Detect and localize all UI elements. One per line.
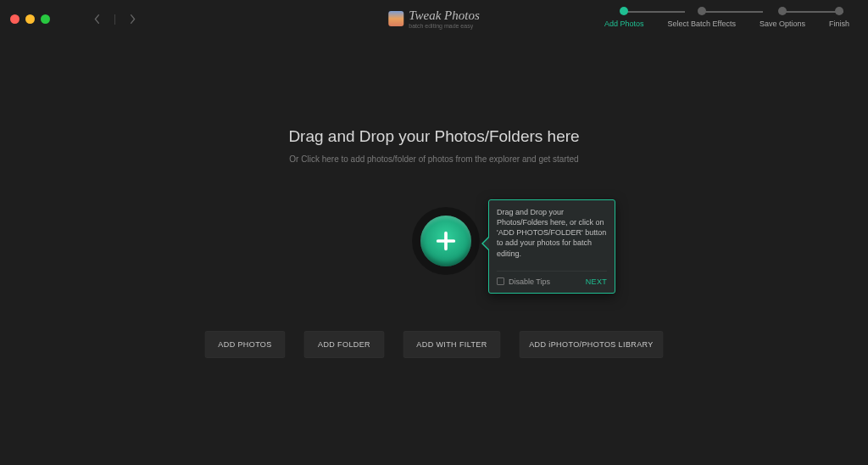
window-controls [10,14,50,24]
add-big-button[interactable] [420,216,471,266]
step-save-options[interactable]: Save Options [760,7,805,28]
app-title-area: Tweak Photos batch editing made easy [388,9,479,29]
checkbox-icon [497,277,504,285]
close-window-button[interactable] [10,14,19,24]
nav-forward-button[interactable] [125,10,142,27]
progress-stepper: Add Photos Select Batch Effects Save Opt… [604,7,849,28]
zoom-window-button[interactable] [41,14,50,24]
titlebar: | Tweak Photos batch editing made easy A… [0,0,868,37]
add-with-filter-button[interactable]: ADD WITH FILTER [403,331,501,358]
add-folder-button[interactable]: ADD FOLDER [304,331,385,358]
nav-separator: | [114,13,116,25]
disable-tips-label: Disable Tips [509,277,550,287]
step-batch-effects[interactable]: Select Batch Effects [668,7,736,28]
drop-zone[interactable]: Drag and Drop your Photos/Folders here O… [180,127,688,164]
app-icon [388,11,403,26]
action-buttons: ADD PHOTOS ADD FOLDER ADD WITH FILTER AD… [205,331,664,358]
tip-text: Drag and Drop your Photos/Folders here, … [497,207,607,259]
nav-back-button[interactable] [88,10,105,27]
tip-popover: Drag and Drop your Photos/Folders here, … [488,199,615,294]
add-library-button[interactable]: ADD iPHOTO/PHOTOS LIBRARY [520,331,664,358]
add-photos-button[interactable]: ADD PHOTOS [205,331,286,358]
nav-arrows: | [88,10,142,27]
chevron-right-icon [130,14,136,25]
chevron-left-icon [93,14,100,25]
drop-subtext: Or Click here to add photos/folder of ph… [180,154,688,164]
disable-tips-checkbox[interactable]: Disable Tips [497,277,550,287]
app-name: Tweak Photos [409,9,479,22]
step-add-photos[interactable]: Add Photos [604,7,644,28]
drop-heading: Drag and Drop your Photos/Folders here [180,127,688,146]
app-tagline: batch editing made easy [409,23,479,29]
step-finish[interactable]: Finish [829,7,849,28]
plus-icon [434,229,458,253]
tip-next-button[interactable]: NEXT [586,277,607,287]
minimize-window-button[interactable] [25,14,35,24]
